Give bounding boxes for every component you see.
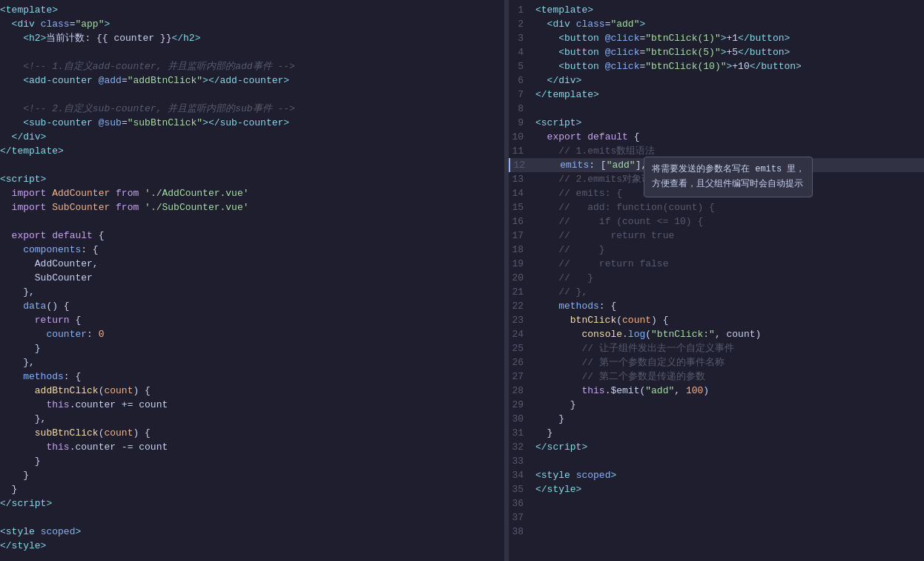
code-line: <style scoped>	[0, 525, 504, 539]
code-line: 22 methods: {	[509, 299, 924, 313]
code-line: 24 console.log("btnClick:", count)	[509, 327, 924, 341]
code-line: 33	[509, 454, 924, 468]
code-line: import AddCounter from './AddCounter.vue…	[0, 186, 504, 200]
code-line: 29 }	[509, 398, 924, 412]
code-line: },	[0, 285, 504, 299]
code-line: methods: {	[0, 370, 504, 384]
code-line: 30 }	[509, 412, 924, 426]
code-line: <template>	[0, 3, 504, 17]
code-line: 31 }	[509, 426, 924, 440]
code-line: 32</script>	[509, 440, 924, 454]
code-line: return {	[0, 313, 504, 327]
code-line: 10 export default {	[509, 130, 924, 144]
code-line: counter: 0	[0, 327, 504, 341]
code-line: 34<style scoped>	[509, 468, 924, 482]
code-line: subBtnClick(count) {	[0, 426, 504, 440]
code-line-highlighted: 12 emits: ["add"], 将需要发送的参数名写在 emits 里，方…	[509, 158, 924, 172]
code-line: 25 // 让子组件发出去一个自定义事件	[509, 341, 924, 355]
code-line: <div class="app">	[0, 17, 504, 31]
code-line: </script>	[0, 496, 504, 511]
code-line: import SubCounter from './SubCounter.vue…	[0, 200, 504, 214]
code-line: 23 btnClick(count) {	[509, 313, 924, 327]
code-line: components: {	[0, 243, 504, 257]
code-line: }	[0, 341, 504, 355]
code-line: addBtnClick(count) {	[0, 384, 504, 398]
code-line: 38	[509, 525, 924, 539]
right-editor-pane: 1<template> 2 <div class="add"> 3 <butto…	[509, 0, 924, 561]
code-line: 18 // }	[509, 243, 924, 257]
code-line: 7</template>	[509, 88, 924, 102]
code-line: 26 // 第一个参数自定义的事件名称	[509, 355, 924, 370]
code-line: 9<script>	[509, 116, 924, 130]
tooltip: 将需要发送的参数名写在 emits 里，方便查看，且父组件编写时会自动提示	[644, 157, 813, 197]
code-line: }	[0, 482, 504, 496]
code-line: <script>	[0, 172, 504, 186]
code-line: </div>	[0, 130, 504, 144]
code-line: </style>	[0, 539, 504, 553]
left-editor-pane: <template> <div class="app"> <h2>当前计数: {…	[0, 0, 504, 561]
code-line: data() {	[0, 299, 504, 313]
code-line: this.counter += count	[0, 398, 504, 412]
code-line: 37	[509, 511, 924, 525]
code-line: AddCounter,	[0, 257, 504, 271]
code-line: 27 // 第二个参数是传递的参数	[509, 370, 924, 384]
code-line: 36	[509, 496, 924, 511]
code-line: 16 // if (count <= 10) {	[509, 214, 924, 229]
code-line: <!-- 1.自定义add-counter, 并且监听内部的add事件 -->	[0, 59, 504, 73]
code-line: 3 <button @click="btnClick(1)">+1</butto…	[509, 31, 924, 45]
code-line: 2 <div class="add">	[509, 17, 924, 31]
code-line: 17 // return true	[509, 229, 924, 243]
code-line: this.counter -= count	[0, 440, 504, 454]
code-line: 1<template>	[509, 3, 924, 17]
code-line: 4 <button @click="btnClick(5)">+5</butto…	[509, 45, 924, 59]
code-line: 15 // add: function(count) {	[509, 200, 924, 214]
code-line: 21 // },	[509, 285, 924, 299]
code-line: 20 // }	[509, 271, 924, 285]
code-line	[0, 45, 504, 59]
code-line: 8	[509, 102, 924, 116]
code-line: 5 <button @click="btnClick(10)">+10</but…	[509, 59, 924, 73]
code-line: 35</style>	[509, 482, 924, 496]
code-line	[0, 511, 504, 525]
code-line: }	[0, 454, 504, 468]
code-line: 19 // return false	[509, 257, 924, 271]
code-line: <h2>当前计数: {{ counter }}</h2>	[0, 31, 504, 45]
code-line: </template>	[0, 144, 504, 158]
code-line: 6 </div>	[509, 73, 924, 88]
code-line: export default {	[0, 229, 504, 243]
code-line: },	[0, 355, 504, 370]
code-line	[0, 88, 504, 102]
code-line: <sub-counter @sub="subBtnClick"></sub-co…	[0, 116, 504, 130]
code-line	[0, 214, 504, 229]
code-line	[0, 158, 504, 172]
code-line: 28 this.$emit("add", 100)	[509, 384, 924, 398]
code-line: }	[0, 468, 504, 482]
code-line: },	[0, 412, 504, 426]
code-line: <!-- 2.自定义sub-counter, 并且监听内部的sub事件 -->	[0, 102, 504, 116]
code-line: <add-counter @add="addBtnClick"></add-co…	[0, 73, 504, 88]
code-line: SubCounter	[0, 271, 504, 285]
